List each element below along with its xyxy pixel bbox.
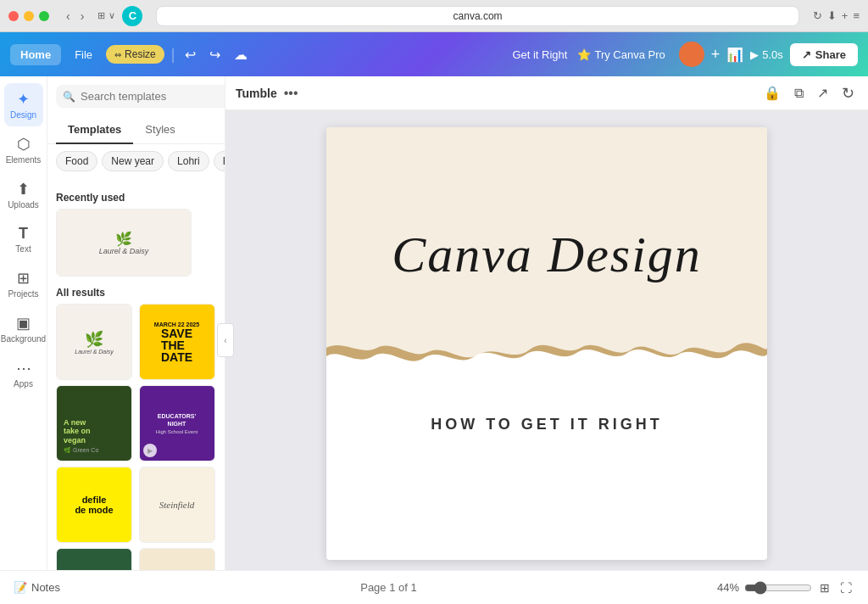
chip-new-year[interactable]: New year <box>102 151 164 171</box>
template-laurel[interactable]: 🌿 Laurel & Daisy <box>56 304 132 380</box>
sidebar-item-apps[interactable]: ⋯ Apps <box>4 352 43 395</box>
recently-used-label: Recently used <box>56 192 216 204</box>
sidebar-item-projects[interactable]: ⊞ Projects <box>4 262 43 305</box>
chip-food[interactable]: Food <box>56 151 97 171</box>
sidebar-item-background-label: Background <box>1 334 46 344</box>
template-laurel-recent[interactable]: 🌿 Laurel & Daisy <box>56 209 192 277</box>
back-button[interactable]: ‹ <box>63 8 74 25</box>
canva-pro-button[interactable]: ⭐ Try Canva Pro <box>577 48 665 61</box>
elements-icon: ⬡ <box>17 135 31 154</box>
browser-chrome: ‹ › ⊞ ∨ C canva.com ↻ ⬇ + ≡ <box>0 0 868 32</box>
zoom-controls: 44% ⊞ ⛶ <box>717 579 854 597</box>
template-defile[interactable]: defilede mode <box>56 467 132 543</box>
window-more-button[interactable]: ∨ <box>108 10 115 21</box>
get-it-right-button[interactable]: Get it Right <box>512 48 567 61</box>
traffic-lights <box>8 11 49 21</box>
uploads-icon: ⬆ <box>17 180 30 199</box>
sidebar-item-text-label: Text <box>15 244 31 254</box>
template-laurel-design: 🌿 Laurel & Daisy <box>57 305 131 379</box>
fit-page-button[interactable]: ⊞ <box>817 579 832 597</box>
search-input-wrap: 🔍 <box>56 85 225 108</box>
lock-button[interactable]: 🔒 <box>760 81 784 104</box>
template-steinfield[interactable]: Steinfield <box>139 467 215 543</box>
maximize-traffic-light[interactable] <box>39 11 49 21</box>
sidebar-item-elements[interactable]: ⬡ Elements <box>4 128 43 171</box>
add-collaborator-button[interactable]: + <box>711 46 721 64</box>
minimize-traffic-light[interactable] <box>24 11 34 21</box>
app: Home File ⇔ Resize | ↩ ↪ ☁ Get it Right … <box>0 32 868 604</box>
fullscreen-button[interactable]: ⛶ <box>837 579 854 597</box>
play-icon: ▶ <box>750 48 759 61</box>
tab-templates[interactable]: Templates <box>56 116 133 144</box>
panel-collapse-handle[interactable]: ‹ <box>217 323 234 357</box>
browser-action-1[interactable]: ↻ <box>813 9 822 22</box>
resize-button[interactable]: ⇔ Resize <box>106 45 164 64</box>
url-display: canva.com <box>453 10 503 22</box>
undo-button[interactable]: ↩ <box>181 43 199 66</box>
window-controls: ⊞ ∨ <box>97 10 115 21</box>
toolbar-separator: | <box>171 46 175 64</box>
forward-button[interactable]: › <box>77 8 88 25</box>
tabs-row: Templates Styles <box>47 116 225 144</box>
browser-actions: ↻ ⬇ + ≡ <box>813 9 860 22</box>
design-subtitle-text: HOW TO GET IT RIGHT <box>431 416 663 433</box>
search-bar-container: 🔍 ⊞ <box>47 76 225 116</box>
zoom-percentage: 44% <box>717 581 739 594</box>
browser-action-3[interactable]: + <box>842 9 849 22</box>
top-toolbar: Home File ⇔ Resize | ↩ ↪ ☁ Get it Right … <box>0 32 868 76</box>
canvas-area: Tumble ••• 🔒 ⧉ ↗ ↻ Canva Design <box>225 76 868 570</box>
recently-used-grid: 🌿 Laurel & Daisy <box>56 209 216 277</box>
chip-birthday[interactable]: Birthday <box>214 151 225 171</box>
zoom-slider[interactable] <box>744 581 812 595</box>
template-defile-design: defilede mode <box>57 467 131 542</box>
sidebar-item-uploads[interactable]: ⬆ Uploads <box>4 173 43 216</box>
template-vegan-design: A newtake onvegan 🌿 Green Co <box>57 386 131 461</box>
sidebar-item-projects-label: Projects <box>8 289 38 299</box>
template-educators[interactable]: EDUCATORS'NIGHT High School Event ▶ <box>139 385 215 461</box>
file-button[interactable]: File <box>68 44 99 65</box>
play-button[interactable]: ▶ 5.0s <box>750 48 783 61</box>
duplicate-button[interactable]: ⧉ <box>791 82 807 104</box>
avatar-button[interactable] <box>679 42 704 67</box>
more-options-button[interactable]: ••• <box>284 86 298 101</box>
template-vegan[interactable]: A newtake onvegan 🌿 Green Co <box>56 385 132 461</box>
redo-button[interactable]: ↪ <box>206 43 224 66</box>
video-play-overlay: ▶ <box>143 444 157 457</box>
browser-nav: ‹ › <box>63 8 87 25</box>
share-icon: ↗ <box>802 48 811 61</box>
canvas-scroll-area[interactable]: Canva Design HOW TO GET IT RIGHT + Add p… <box>225 110 868 570</box>
main-area: ✦ Design ⬡ Elements ⬆ Uploads T Text ⊞ P… <box>0 76 868 570</box>
address-bar[interactable]: canva.com <box>156 6 798 26</box>
template-save-date-design: MARCH 22 2025 SAVETHEDATE <box>140 305 214 379</box>
design-title-text: Canva Design <box>392 226 702 282</box>
notes-button[interactable]: 📝 Notes <box>14 581 60 594</box>
sidebar-item-background[interactable]: ▣ Background <box>4 307 43 350</box>
sidebar-item-design[interactable]: ✦ Design <box>4 83 43 126</box>
analytics-button[interactable]: 📊 <box>726 47 743 63</box>
template-workplace[interactable]: WorkplaceInclusivity <box>56 548 132 570</box>
add-page-bar: + Add page <box>326 560 767 570</box>
resize-icon: ⇔ <box>114 50 121 59</box>
sidebar-item-uploads-label: Uploads <box>8 200 39 210</box>
browser-action-2[interactable]: ⬇ <box>827 9 837 22</box>
apps-icon: ⋯ <box>16 359 31 378</box>
document-name-button[interactable]: Tumble <box>236 87 277 100</box>
home-button[interactable]: Home <box>10 44 61 65</box>
refresh-button[interactable]: ↻ <box>838 81 858 106</box>
sidebar-item-text[interactable]: T Text <box>4 218 43 260</box>
export-button[interactable]: ↗ <box>814 81 832 104</box>
browser-action-4[interactable]: ≡ <box>853 9 860 22</box>
template-save-date[interactable]: MARCH 22 2025 SAVETHEDATE <box>139 304 215 380</box>
template-big-sale[interactable]: The Big AnnualSuper Sale 🛍️ <box>139 548 215 570</box>
bottom-bar: 📝 Notes Page 1 of 1 44% ⊞ ⛶ <box>0 570 868 604</box>
chip-lohri[interactable]: Lohri <box>168 151 209 171</box>
cloud-save-button[interactable]: ☁ <box>231 43 251 66</box>
tab-styles[interactable]: Styles <box>133 116 186 144</box>
torn-paper-effect <box>326 331 767 399</box>
template-laurel-preview: 🌿 Laurel & Daisy <box>57 210 191 276</box>
template-workplace-design: WorkplaceInclusivity <box>57 549 131 570</box>
share-button[interactable]: ↗ Share <box>790 43 858 66</box>
search-input[interactable] <box>81 90 223 103</box>
close-traffic-light[interactable] <box>8 11 19 21</box>
sidebar-toggle-button[interactable]: ⊞ <box>97 10 105 21</box>
